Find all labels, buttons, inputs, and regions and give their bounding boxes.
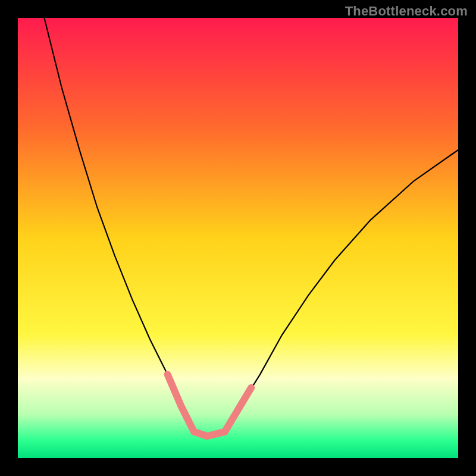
series-pink-highlight-bottom [194, 432, 225, 436]
chart-stage: TheBottleneck.com [0, 0, 476, 476]
plot-background [18, 18, 458, 458]
chart-canvas [0, 0, 476, 476]
watermark-label: TheBottleneck.com [345, 4, 468, 19]
